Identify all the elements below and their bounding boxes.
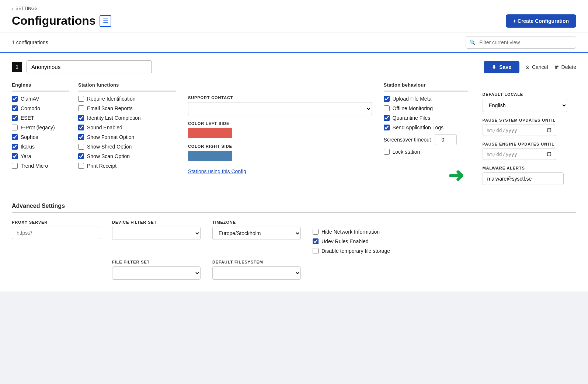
- breadcrumb-label: SETTINGS: [15, 6, 38, 11]
- create-configuration-button[interactable]: + Create Configuration: [506, 14, 576, 28]
- pause-system-date[interactable]: [483, 125, 556, 136]
- file-filter-label: FILE FILTER SET: [112, 260, 201, 264]
- adv-hide-network[interactable]: Hide Network Information: [313, 229, 576, 235]
- station-behaviour-title: Station behaviour: [384, 82, 468, 91]
- default-locale-label: DEFAULT LOCALE: [483, 92, 568, 97]
- func-sound[interactable]: Sound Enabled: [78, 125, 176, 130]
- timezone-select[interactable]: Europe/Stockholm UTC America/New_York: [212, 227, 301, 240]
- malware-label: MALWARE ALERTS: [483, 166, 568, 170]
- color-left-label: COLOR LEFT SIDE: [188, 121, 372, 126]
- timezone-field: TIMEZONE Europe/Stockholm UTC America/Ne…: [212, 220, 301, 254]
- beh-send-logs[interactable]: Send Application Logs: [384, 125, 468, 130]
- malware-input[interactable]: [483, 172, 564, 185]
- color-right-group: COLOR RIGHT SIDE: [188, 144, 372, 161]
- default-locale-select[interactable]: English Swedish German French: [483, 99, 568, 112]
- delete-icon: 🗑: [554, 64, 559, 70]
- pause-system-group: PAUSE SYSTEM UPDATES UNTIL: [483, 118, 568, 136]
- pause-system-label: PAUSE SYSTEM UPDATES UNTIL: [483, 118, 568, 122]
- adv-disable-tmp[interactable]: Disable temporary file storage: [313, 248, 576, 254]
- cancel-icon: ⊗: [525, 64, 530, 70]
- support-colors-column: SUPPORT CONTACT COLOR LEFT SIDE COLOR RI…: [185, 82, 381, 191]
- delete-button[interactable]: 🗑 Delete: [554, 64, 576, 70]
- device-filter-field: DEVICE FILTER SET: [112, 220, 201, 254]
- filter-input[interactable]: [466, 36, 576, 49]
- breadcrumb-chevron: ›: [12, 6, 13, 11]
- station-functions-column: Station functions Require Identification…: [78, 82, 185, 191]
- engine-trendmicro[interactable]: Trend Micro: [12, 163, 69, 169]
- beh-quarantine[interactable]: Quarantine Files: [384, 115, 468, 121]
- engine-ikarus[interactable]: Ikarus: [12, 144, 69, 150]
- engine-fprot[interactable]: F-Prot (legacy): [12, 125, 69, 130]
- default-fs-label: DEFAULT FILESYSTEM: [212, 260, 301, 264]
- breadcrumb: › SETTINGS: [12, 6, 576, 11]
- malware-alerts-group: MALWARE ALERTS: [483, 166, 568, 185]
- default-fs-field: DEFAULT FILESYSTEM: [212, 260, 301, 280]
- stations-link[interactable]: Stations using this Config: [188, 168, 246, 174]
- beh-upload-meta[interactable]: Upload File Meta: [384, 96, 468, 102]
- advanced-settings-section: Advanced Settings PROXY SERVER DEVICE FI…: [12, 203, 576, 280]
- engine-clamav[interactable]: ClamAV: [12, 96, 69, 102]
- adv-udev-rules[interactable]: Udev Rules Enabled: [313, 238, 576, 244]
- color-left-group: COLOR LEFT SIDE: [188, 121, 372, 138]
- color-right-label: COLOR RIGHT SIDE: [188, 144, 372, 149]
- filter-search-icon: 🔍: [469, 39, 476, 45]
- device-filter-label: DEVICE FILTER SET: [112, 220, 201, 224]
- cancel-button[interactable]: ⊗ Cancel: [525, 64, 548, 70]
- config-name-input[interactable]: [27, 60, 152, 73]
- proxy-label: PROXY SERVER: [12, 220, 100, 224]
- file-filter-select[interactable]: [112, 266, 201, 280]
- support-contact-label: SUPPORT CONTACT: [188, 95, 372, 100]
- device-filter-select[interactable]: [112, 227, 201, 240]
- beh-lock-station[interactable]: Lock station: [384, 149, 468, 155]
- save-icon: ⬇: [492, 64, 496, 70]
- engine-comodo[interactable]: Comodo: [12, 105, 69, 111]
- func-scan[interactable]: Show Scan Option: [78, 153, 176, 159]
- engine-sophos[interactable]: Sophos: [12, 134, 69, 140]
- default-fs-select[interactable]: [212, 266, 301, 280]
- func-email-scan[interactable]: Email Scan Reports: [78, 105, 176, 111]
- advanced-title: Advanced Settings: [12, 203, 576, 213]
- support-contact-group: SUPPORT CONTACT: [188, 95, 372, 115]
- beh-offline[interactable]: Offline Monitoring: [384, 105, 468, 111]
- station-functions-title: Station functions: [78, 82, 176, 91]
- green-arrow-icon: ➜: [448, 166, 464, 185]
- func-print[interactable]: Print Receipt: [78, 163, 176, 169]
- config-row-number: 1: [12, 62, 22, 72]
- color-left-swatch[interactable]: [188, 128, 232, 138]
- support-contact-select[interactable]: [188, 102, 372, 115]
- engine-eset[interactable]: ESET: [12, 115, 69, 121]
- timezone-label: TIMEZONE: [212, 220, 301, 224]
- func-require-id[interactable]: Require Identification: [78, 96, 176, 102]
- pause-engine-date[interactable]: [483, 149, 556, 160]
- func-shred[interactable]: Show Shred Option: [78, 144, 176, 150]
- color-right-swatch[interactable]: [188, 151, 232, 161]
- page-title: Configurations: [12, 14, 96, 28]
- right-settings-column: DEFAULT LOCALE English Swedish German Fr…: [477, 82, 577, 191]
- proxy-server-field: PROXY SERVER: [12, 220, 100, 254]
- right-settings-spacer: [483, 82, 568, 88]
- engines-column: Engines ClamAV Comodo ESET F-Prot (legac…: [12, 82, 78, 191]
- screensaver-group: Screensaver timeout: [384, 134, 468, 145]
- screensaver-input[interactable]: [435, 134, 457, 145]
- func-format[interactable]: Show Format Option: [78, 134, 176, 140]
- engines-title: Engines: [12, 82, 69, 91]
- save-button[interactable]: ⬇ Save: [484, 61, 519, 73]
- config-count: 1 configurations: [12, 39, 48, 45]
- default-locale-group: DEFAULT LOCALE English Swedish German Fr…: [483, 92, 568, 112]
- station-behaviour-column: Station behaviour Upload File Meta Offli…: [381, 82, 477, 191]
- advanced-checkboxes: Hide Network Information Udev Rules Enab…: [313, 220, 576, 254]
- engine-yara[interactable]: Yara: [12, 153, 69, 159]
- file-filter-field: FILE FILTER SET: [112, 260, 201, 280]
- pause-engine-group: PAUSE ENGINE UPDATES UNTIL: [483, 142, 568, 160]
- pause-engine-label: PAUSE ENGINE UPDATES UNTIL: [483, 142, 568, 146]
- proxy-input[interactable]: [12, 227, 100, 239]
- func-identity-list[interactable]: Identity List Completion: [78, 115, 176, 121]
- screensaver-label: Screensaver timeout: [384, 137, 431, 143]
- list-view-icon[interactable]: ☰: [100, 15, 111, 27]
